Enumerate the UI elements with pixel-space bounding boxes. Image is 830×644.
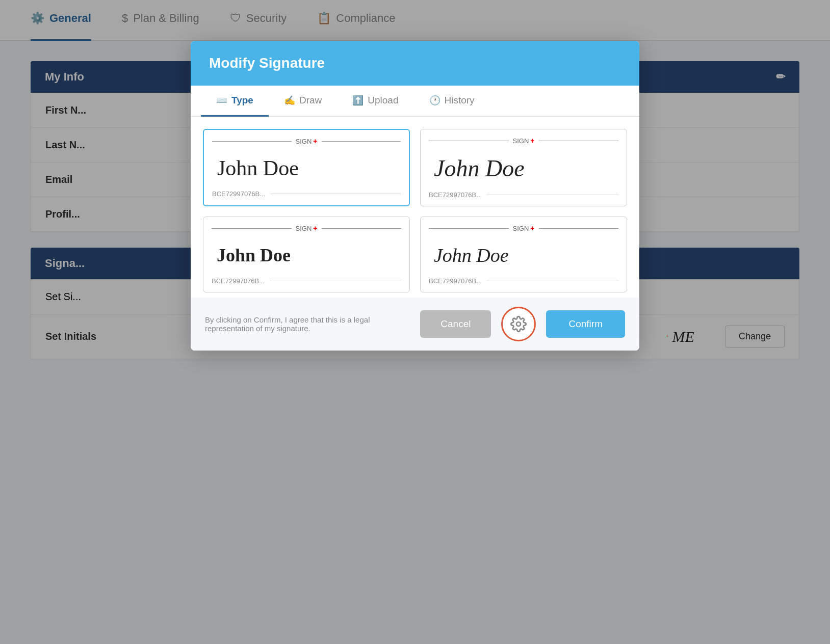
tab-draw-label: Draw bbox=[299, 95, 322, 106]
line-right bbox=[322, 228, 402, 229]
line-left bbox=[429, 228, 509, 229]
card-2-header: SIGN+ bbox=[429, 137, 618, 145]
line-right bbox=[539, 228, 619, 229]
tab-draw[interactable]: ✍️ Draw bbox=[269, 86, 337, 117]
footer-line-2 bbox=[487, 195, 618, 195]
sig-name-4: John Doe bbox=[429, 237, 618, 273]
plus-icon: + bbox=[313, 224, 317, 232]
sign-label-3: SIGN+ bbox=[292, 224, 322, 232]
plus-icon: + bbox=[313, 137, 317, 145]
footer-line-3 bbox=[270, 281, 401, 281]
footer-line-1 bbox=[270, 194, 401, 194]
line-left bbox=[429, 141, 509, 141]
keyboard-icon: ⌨️ bbox=[216, 95, 227, 106]
sign-label-4: SIGN+ bbox=[509, 224, 539, 232]
draw-icon: ✍️ bbox=[284, 95, 295, 106]
tab-type[interactable]: ⌨️ Type bbox=[201, 86, 269, 117]
settings-icon bbox=[510, 316, 527, 332]
footer-line-4 bbox=[487, 281, 618, 281]
tab-history[interactable]: 🕐 History bbox=[414, 86, 490, 117]
upload-icon: ⬆️ bbox=[352, 95, 364, 106]
sig-footer-1: BCE72997076B... bbox=[212, 190, 401, 198]
modify-signature-modal: Modify Signature ⌨️ Type ✍️ Draw ⬆️ Uplo… bbox=[191, 41, 639, 351]
tab-upload-label: Upload bbox=[368, 95, 398, 106]
signature-card-2[interactable]: SIGN+ John Doe BCE72997076B... bbox=[420, 129, 627, 206]
modal-tabs: ⌨️ Type ✍️ Draw ⬆️ Upload 🕐 History bbox=[191, 86, 639, 117]
sig-name-2: John Doe bbox=[429, 150, 618, 187]
sig-footer-2: BCE72997076B... bbox=[429, 191, 618, 199]
cancel-button[interactable]: Cancel bbox=[420, 310, 491, 338]
tab-type-label: Type bbox=[231, 95, 253, 106]
sig-name-3: John Doe bbox=[212, 237, 401, 273]
line-right bbox=[322, 141, 401, 142]
line-left bbox=[212, 141, 292, 142]
line-left bbox=[212, 228, 292, 229]
history-icon: 🕐 bbox=[429, 95, 440, 106]
sign-label-1: SIGN+ bbox=[292, 137, 322, 145]
line-right bbox=[539, 141, 619, 141]
modal-title: Modify Signature bbox=[209, 55, 621, 71]
sig-footer-4: BCE72997076B... bbox=[429, 277, 618, 285]
confirm-button[interactable]: Confirm bbox=[546, 310, 625, 338]
sig-hash-3: BCE72997076B... bbox=[212, 277, 265, 285]
signature-card-3[interactable]: SIGN+ John Doe BCE72997076B... bbox=[203, 217, 410, 292]
tab-history-label: History bbox=[445, 95, 475, 106]
sig-hash-1: BCE72997076B... bbox=[212, 190, 265, 198]
modal-overlay: Modify Signature ⌨️ Type ✍️ Draw ⬆️ Uplo… bbox=[0, 0, 830, 644]
modal-footer: By clicking on Confirm, I agree that thi… bbox=[191, 298, 639, 351]
legal-text: By clicking on Confirm, I agree that thi… bbox=[205, 315, 420, 333]
signature-grid: SIGN+ John Doe BCE72997076B... SIGN+ bbox=[191, 117, 639, 298]
sig-hash-2: BCE72997076B... bbox=[429, 191, 482, 199]
signature-card-4[interactable]: SIGN+ John Doe BCE72997076B... bbox=[420, 217, 627, 292]
signature-card-1[interactable]: SIGN+ John Doe BCE72997076B... bbox=[203, 129, 410, 206]
svg-point-0 bbox=[516, 322, 521, 326]
card-1-header: SIGN+ bbox=[212, 137, 401, 145]
settings-button[interactable] bbox=[501, 307, 536, 341]
sig-hash-4: BCE72997076B... bbox=[429, 277, 482, 285]
sign-label-2: SIGN+ bbox=[509, 137, 539, 145]
card-3-header: SIGN+ bbox=[212, 224, 401, 232]
card-4-header: SIGN+ bbox=[429, 224, 618, 232]
plus-icon: + bbox=[530, 137, 534, 145]
tab-upload[interactable]: ⬆️ Upload bbox=[337, 86, 413, 117]
sig-name-1: John Doe bbox=[212, 150, 401, 186]
sig-footer-3: BCE72997076B... bbox=[212, 277, 401, 285]
footer-actions: Cancel Confirm bbox=[420, 307, 625, 341]
plus-icon: + bbox=[530, 224, 534, 232]
modal-header: Modify Signature bbox=[191, 41, 639, 86]
